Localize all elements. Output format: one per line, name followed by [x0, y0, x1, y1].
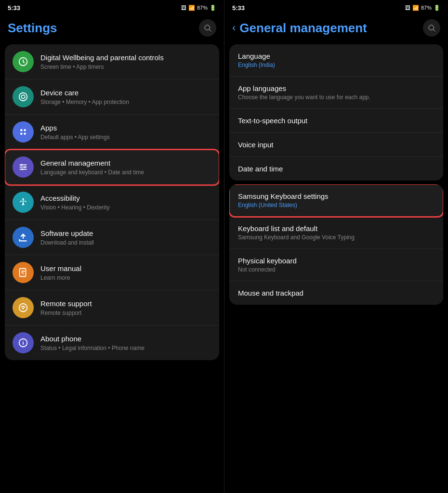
physical-keyboard-subtitle: Not connected [238, 266, 435, 273]
accessibility-text: Accessibility Vision • Hearing • Dexteri… [40, 194, 211, 211]
battery-left: 87% [197, 5, 208, 11]
general-management-title: General management [40, 158, 211, 168]
settings-item-device-care[interactable]: Device care Storage • Memory • App prote… [5, 79, 219, 115]
search-button-right[interactable] [423, 19, 440, 37]
remote-support-subtitle: Remote support [40, 310, 211, 316]
general-management-subtitle: Language and keyboard • Date and time [40, 169, 211, 176]
right-item-voice-input[interactable]: Voice input [229, 133, 443, 157]
device-care-subtitle: Storage • Memory • App protection [40, 99, 211, 105]
accessibility-title: Accessibility [40, 194, 211, 203]
keyboard-list-title: Keyboard list and default [238, 224, 435, 233]
svg-line-1 [209, 29, 211, 31]
svg-text:?: ? [22, 272, 24, 276]
settings-item-apps[interactable]: Apps Default apps • App settings [5, 115, 219, 150]
right-item-date-time[interactable]: Date and time [229, 157, 443, 181]
right-group-keyboard: Samsung Keyboard settings English (Unite… [229, 184, 443, 305]
software-update-text: Software update Download and install [40, 229, 211, 246]
search-icon-right [427, 24, 436, 32]
samsung-keyboard-title: Samsung Keyboard settings [238, 192, 435, 200]
battery-icon-left: 🔋 [210, 5, 216, 11]
wifi-icon-right: 📶 [412, 5, 419, 11]
device-care-text: Device care Storage • Memory • App prote… [40, 88, 211, 105]
apps-text: Apps Default apps • App settings [40, 123, 211, 141]
digital-wellbeing-subtitle: Screen time • App timers [40, 64, 211, 70]
mouse-trackpad-title: Mouse and trackpad [238, 289, 435, 297]
language-title: Language [238, 52, 435, 60]
back-button[interactable]: ‹ [232, 22, 236, 34]
settings-item-general-management[interactable]: General management Language and keyboard… [5, 150, 219, 185]
left-title: Settings [8, 21, 57, 36]
remote-support-icon [13, 297, 34, 318]
digital-wellbeing-icon [13, 51, 34, 72]
wifi-icon: 📶 [188, 5, 195, 11]
settings-item-user-manual[interactable]: ? User manual Learn more [5, 255, 219, 290]
user-manual-icon: ? [13, 262, 34, 283]
device-care-title: Device care [40, 88, 211, 98]
digital-wellbeing-text: Digital Wellbeing and parental controls … [40, 53, 211, 70]
svg-point-14 [21, 169, 23, 170]
battery-icon-right: 🔋 [434, 5, 440, 11]
right-panel: 5:33 🖼 📶 87% 🔋 ‹ General management Lang… [224, 0, 448, 493]
app-languages-title: App languages [238, 84, 435, 92]
svg-point-0 [205, 25, 210, 30]
voice-input-title: Voice input [238, 141, 435, 149]
svg-point-15 [22, 198, 24, 200]
about-phone-subtitle: Status • Legal information • Phone name [40, 345, 211, 351]
right-item-language[interactable]: Language English (India) [229, 44, 443, 77]
svg-point-3 [19, 93, 27, 101]
right-item-keyboard-list[interactable]: Keyboard list and default Samsung Keyboa… [229, 217, 443, 249]
right-title: General management [239, 21, 423, 36]
samsung-keyboard-subtitle: English (United States) [238, 202, 435, 208]
user-manual-title: User manual [40, 264, 211, 273]
general-management-icon [13, 156, 34, 178]
svg-point-11 [21, 164, 23, 166]
digital-wellbeing-title: Digital Wellbeing and parental controls [40, 53, 211, 63]
about-phone-icon [13, 332, 34, 353]
right-item-physical-keyboard[interactable]: Physical keyboard Not connected [229, 249, 443, 281]
svg-point-5 [20, 129, 23, 131]
svg-point-12 [24, 166, 26, 168]
svg-point-7 [20, 132, 23, 135]
search-button-left[interactable] [199, 19, 216, 37]
settings-item-digital-wellbeing[interactable]: Digital Wellbeing and parental controls … [5, 44, 219, 79]
settings-item-about-phone[interactable]: About phone Status • Legal information •… [5, 325, 219, 360]
apps-subtitle: Default apps • App settings [40, 134, 211, 141]
status-bar-right: 5:33 🖼 📶 87% 🔋 [224, 0, 448, 15]
settings-item-software-update[interactable]: Software update Download and install [5, 220, 219, 255]
right-item-samsung-keyboard[interactable]: Samsung Keyboard settings English (Unite… [229, 184, 443, 217]
right-item-tts[interactable]: Text-to-speech output [229, 109, 443, 133]
time-left: 5:33 [8, 4, 20, 12]
notification-icon: 🖼 [181, 5, 186, 11]
status-icons-right: 🖼 📶 87% 🔋 [405, 5, 440, 11]
app-languages-subtitle: Choose the language you want to use for … [238, 94, 435, 101]
search-icon-left [203, 24, 212, 32]
physical-keyboard-title: Physical keyboard [238, 257, 435, 265]
left-header: Settings [0, 15, 224, 42]
general-management-text: General management Language and keyboard… [40, 158, 211, 176]
battery-right: 87% [421, 5, 432, 11]
tts-title: Text-to-speech output [238, 117, 435, 125]
settings-item-accessibility[interactable]: Accessibility Vision • Hearing • Dexteri… [5, 185, 219, 220]
time-right: 5:33 [232, 4, 245, 12]
status-bar-left: 5:33 🖼 📶 87% 🔋 [0, 0, 224, 15]
right-item-app-languages[interactable]: App languages Choose the language you wa… [229, 77, 443, 109]
status-icons-left: 🖼 📶 87% 🔋 [181, 5, 216, 11]
apps-icon [13, 121, 34, 143]
settings-item-remote-support[interactable]: Remote support Remote support [5, 290, 219, 325]
settings-list: Digital Wellbeing and parental controls … [0, 42, 224, 493]
accessibility-subtitle: Vision • Hearing • Dexterity [40, 204, 211, 211]
svg-point-6 [24, 129, 26, 131]
user-manual-text: User manual Learn more [40, 264, 211, 281]
accessibility-icon [13, 192, 34, 213]
about-phone-text: About phone Status • Legal information •… [40, 334, 211, 351]
user-manual-subtitle: Learn more [40, 274, 211, 281]
right-item-mouse-trackpad[interactable]: Mouse and trackpad [229, 281, 443, 305]
device-care-icon [13, 86, 34, 107]
apps-title: Apps [40, 123, 211, 133]
svg-point-8 [24, 132, 26, 135]
svg-point-23 [23, 340, 23, 341]
software-update-title: Software update [40, 229, 211, 238]
notification-icon-right: 🖼 [405, 5, 410, 11]
right-settings-list: Language English (India) App languages C… [224, 42, 448, 493]
svg-point-20 [22, 308, 24, 310]
